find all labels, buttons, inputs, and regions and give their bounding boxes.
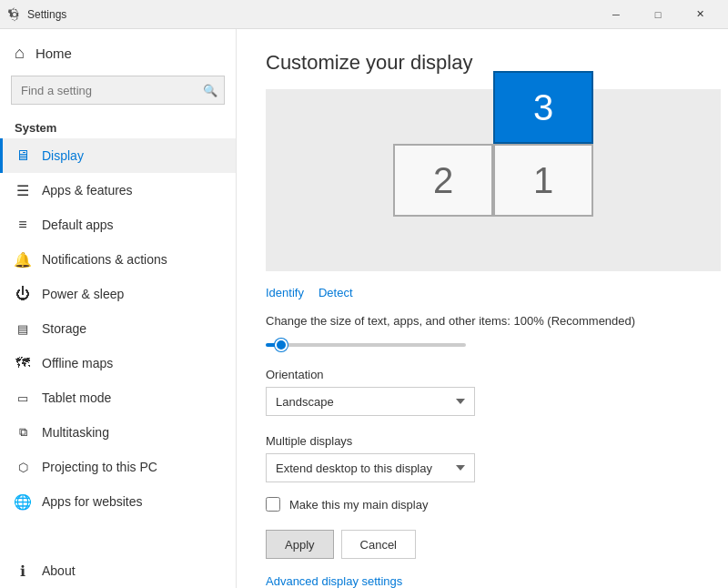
offline-maps-icon: 🗺	[15, 355, 31, 371]
multiple-displays-dropdown[interactable]: Extend desktop to this display Duplicate…	[266, 453, 475, 482]
sidebar-item-offline-maps-label: Offline maps	[42, 356, 113, 370]
detect-button[interactable]: Detect	[318, 286, 353, 299]
sidebar-item-multitasking[interactable]: ⧉ Multitasking	[0, 415, 236, 450]
home-icon: ⌂	[15, 44, 25, 63]
page-title: Customize your display	[266, 51, 699, 75]
system-section-label: System	[0, 114, 236, 138]
sidebar-item-notifications-label: Notifications & actions	[42, 252, 167, 267]
default-apps-icon: ≡	[15, 217, 31, 233]
sidebar-item-apps-features[interactable]: ☰ Apps & features	[0, 173, 236, 208]
main-display-checkbox[interactable]	[266, 497, 280, 512]
about-icon: ℹ	[15, 563, 31, 579]
titlebar: Settings ─ □ ✕	[0, 0, 728, 29]
cancel-button[interactable]: Cancel	[341, 530, 416, 559]
home-label: Home	[35, 46, 72, 61]
scale-slider-container	[266, 335, 699, 350]
sidebar-item-power-sleep-label: Power & sleep	[42, 287, 124, 301]
apps-features-icon: ☰	[15, 182, 31, 198]
minimize-button[interactable]: ─	[595, 0, 637, 29]
links-row: Identify Detect	[266, 286, 699, 299]
monitor-2-label: 2	[433, 160, 453, 201]
sidebar-item-offline-maps[interactable]: 🗺 Offline maps	[0, 346, 236, 380]
sidebar-item-about[interactable]: ℹ About	[0, 553, 236, 588]
monitor-right-group: 3 1	[493, 144, 593, 217]
sidebar: ⌂ Home 🔍 System 🖥 Display ☰ Apps & featu…	[0, 29, 237, 588]
sidebar-item-projecting-label: Projecting to this PC	[42, 460, 157, 474]
search-button[interactable]: 🔍	[199, 82, 221, 99]
monitor-1[interactable]: 1	[493, 144, 593, 217]
sidebar-item-display[interactable]: 🖥 Display	[0, 138, 236, 173]
scale-text: Change the size of text, apps, and other…	[266, 314, 699, 328]
sidebar-home[interactable]: ⌂ Home	[0, 29, 236, 70]
display-diagram: 2 3 1	[266, 89, 721, 271]
multitasking-icon: ⧉	[15, 424, 31, 441]
monitor-2[interactable]: 2	[393, 144, 493, 217]
sidebar-item-tablet-mode-label: Tablet mode	[42, 390, 111, 405]
apply-button[interactable]: Apply	[266, 530, 334, 559]
notifications-icon: 🔔	[15, 251, 31, 268]
sidebar-item-power-sleep[interactable]: ⏻ Power & sleep	[0, 277, 236, 311]
sidebar-item-notifications[interactable]: 🔔 Notifications & actions	[0, 242, 236, 277]
monitors-container: 2 3 1	[393, 144, 593, 217]
main-display-row: Make this my main display	[266, 497, 699, 512]
tablet-mode-icon: ▭	[15, 390, 31, 406]
sidebar-item-about-label: About	[42, 563, 76, 578]
monitor-1-label: 1	[533, 160, 553, 201]
sidebar-item-apps-websites-label: Apps for websites	[42, 494, 143, 509]
projecting-icon: ⬡	[15, 459, 31, 475]
maximize-button[interactable]: □	[637, 0, 679, 29]
scale-slider[interactable]	[266, 343, 466, 347]
advanced-display-settings-link[interactable]: Advanced display settings	[266, 574, 402, 588]
orientation-dropdown[interactable]: Landscape Portrait Landscape (flipped) P…	[266, 387, 475, 416]
search-input[interactable]	[11, 76, 225, 105]
close-button[interactable]: ✕	[679, 0, 721, 29]
action-buttons-row: Apply Cancel	[266, 530, 699, 559]
sidebar-search-container: 🔍	[11, 76, 225, 105]
sidebar-item-storage-label: Storage	[42, 321, 86, 336]
storage-icon: ▤	[15, 320, 31, 337]
apps-websites-icon: 🌐	[15, 493, 31, 510]
sidebar-item-apps-websites[interactable]: 🌐 Apps for websites	[0, 484, 236, 519]
multiple-displays-label: Multiple displays	[266, 434, 699, 448]
orientation-label: Orientation	[266, 368, 699, 381]
sidebar-item-storage[interactable]: ▤ Storage	[0, 311, 236, 346]
sidebar-item-default-apps[interactable]: ≡ Default apps	[0, 208, 236, 242]
main-content: Customize your display 2 3 1 Identify	[237, 29, 728, 588]
display-icon: 🖥	[15, 147, 31, 164]
sidebar-item-apps-features-label: Apps & features	[42, 183, 133, 198]
power-sleep-icon: ⏻	[15, 286, 31, 302]
app-body: ⌂ Home 🔍 System 🖥 Display ☰ Apps & featu…	[0, 29, 728, 588]
monitor-3-label: 3	[533, 87, 553, 128]
main-display-label[interactable]: Make this my main display	[289, 498, 428, 512]
monitor-3[interactable]: 3	[493, 71, 593, 144]
settings-icon	[7, 7, 22, 22]
sidebar-item-multitasking-label: Multitasking	[42, 425, 109, 440]
window-controls: ─ □ ✕	[595, 0, 721, 29]
titlebar-title: Settings	[27, 8, 66, 21]
sidebar-item-tablet-mode[interactable]: ▭ Tablet mode	[0, 380, 236, 415]
identify-button[interactable]: Identify	[266, 286, 304, 299]
sidebar-item-default-apps-label: Default apps	[42, 218, 114, 232]
sidebar-item-projecting[interactable]: ⬡ Projecting to this PC	[0, 450, 236, 484]
sidebar-item-display-label: Display	[42, 148, 84, 163]
